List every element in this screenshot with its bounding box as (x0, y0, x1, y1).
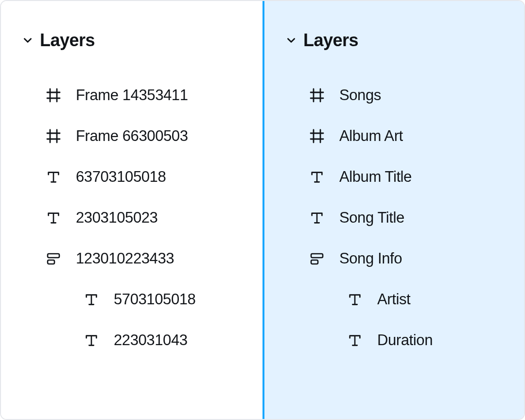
chevron-down-icon (22, 35, 33, 46)
section-title: Layers (303, 30, 358, 51)
chevron-down-icon (286, 35, 297, 46)
frame-icon (45, 87, 62, 104)
layers-panel-left: Layers Frame 14353411 Frame 66300503 637… (1, 1, 262, 419)
layer-item[interactable]: 2303105023 (20, 197, 247, 238)
layer-item[interactable]: 123010223433 (20, 238, 247, 279)
text-icon (45, 168, 62, 186)
layer-label: Frame 14353411 (76, 87, 188, 104)
layer-label: Duration (377, 332, 433, 349)
section-header[interactable]: Layers (20, 30, 247, 51)
layer-item[interactable]: Song Title (284, 197, 508, 238)
component-icon (45, 250, 62, 267)
layer-item[interactable]: Songs (284, 75, 508, 116)
text-icon (83, 332, 100, 349)
layer-label: Frame 66300503 (76, 127, 188, 145)
component-icon (308, 250, 326, 267)
layer-label: Song Info (339, 250, 402, 267)
layer-label: Song Title (339, 209, 404, 227)
layer-item[interactable]: 223031043 (20, 320, 247, 361)
layer-item[interactable]: Artist (284, 279, 508, 320)
text-icon (346, 332, 364, 349)
layer-item[interactable]: Duration (284, 320, 508, 361)
layers-panel-right: Layers Songs Album Art Album Title Song … (262, 1, 524, 419)
layer-item[interactable]: 63703105018 (20, 157, 247, 197)
layer-label: 223031043 (114, 332, 188, 349)
layer-label: Songs (339, 87, 381, 104)
layer-list: Frame 14353411 Frame 66300503 6370310501… (20, 75, 247, 361)
layer-label: 5703105018 (114, 291, 195, 308)
layer-list: Songs Album Art Album Title Song Title S… (284, 75, 508, 361)
layer-item[interactable]: Frame 66300503 (20, 116, 247, 157)
text-icon (83, 291, 100, 308)
text-icon (308, 209, 326, 227)
text-icon (308, 168, 326, 186)
layer-label: Album Art (339, 127, 403, 145)
comparison-container: Layers Frame 14353411 Frame 66300503 637… (0, 0, 525, 420)
layer-label: Artist (377, 291, 410, 308)
layer-label: 63703105018 (76, 168, 166, 186)
section-title: Layers (40, 30, 95, 51)
layer-label: 2303105023 (76, 209, 158, 227)
text-icon (346, 291, 364, 308)
layer-label: Album Title (339, 168, 412, 186)
text-icon (45, 209, 62, 227)
layer-item[interactable]: Frame 14353411 (20, 75, 247, 116)
layer-item[interactable]: Song Info (284, 238, 508, 279)
section-header[interactable]: Layers (284, 30, 508, 51)
frame-icon (45, 127, 62, 145)
layer-item[interactable]: Album Title (284, 157, 508, 197)
frame-icon (308, 87, 326, 104)
frame-icon (308, 127, 326, 145)
layer-item[interactable]: 5703105018 (20, 279, 247, 320)
layer-item[interactable]: Album Art (284, 116, 508, 157)
layer-label: 123010223433 (76, 250, 174, 267)
